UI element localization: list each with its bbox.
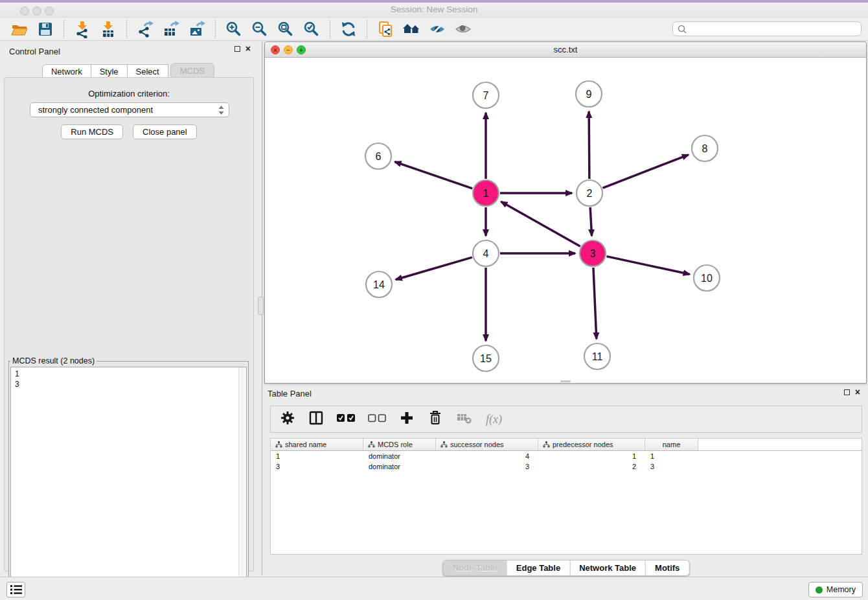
hide-eye-button[interactable] [428, 19, 447, 39]
tab-node-table[interactable]: Node Table [444, 560, 507, 575]
network-window-titlebar[interactable]: × − + scc.txt [265, 42, 866, 58]
table-cell[interactable]: 4 [436, 452, 538, 460]
chevron-updown-icon [218, 105, 224, 117]
run-mcds-button[interactable]: Run MCDS [61, 124, 123, 139]
node-table[interactable]: shared nameMCDS rolesuccessor nodesprede… [270, 438, 862, 555]
copy-view-icon [376, 20, 394, 38]
column-header-shared-name[interactable]: shared name [271, 439, 363, 450]
column-header-predecessor-nodes[interactable]: predecessor nodes [538, 439, 645, 450]
split-columns-button[interactable] [308, 410, 324, 428]
graph-edge-2-3[interactable] [590, 207, 591, 236]
column-header-name[interactable]: name [645, 439, 698, 450]
close-panel-icon[interactable]: × [855, 389, 860, 395]
task-history-button[interactable] [6, 582, 25, 597]
graph-edge-2-9[interactable] [589, 111, 589, 179]
toolbar-separator [215, 20, 216, 38]
export-image-button[interactable] [187, 19, 207, 39]
memory-status-icon [816, 586, 823, 594]
export-network-button[interactable] [135, 19, 155, 39]
table-cell[interactable]: 3 [645, 463, 698, 470]
main-titlebar: Session: New Session [0, 3, 868, 18]
column-type-icon [275, 441, 282, 448]
table-cell[interactable]: dominator [363, 452, 436, 460]
search-field[interactable] [672, 21, 862, 36]
graph-edge-2-8[interactable] [603, 155, 689, 188]
table-cell[interactable]: dominator [363, 463, 436, 470]
table-toolbar: f(x) [270, 406, 862, 433]
graph-node-label: 8 [702, 143, 708, 154]
import-network-button[interactable] [73, 19, 92, 39]
tab-motifs[interactable]: Motifs [645, 560, 689, 575]
gear-icon [280, 410, 295, 426]
list-icon [10, 584, 23, 595]
zoom-in-button[interactable] [224, 19, 244, 39]
graph-node-label: 7 [483, 90, 489, 101]
graph-node-label: 1 [483, 188, 489, 199]
graph-edge-4-14[interactable] [396, 257, 472, 279]
tab-edge-table[interactable]: Edge Table [507, 560, 569, 575]
add-column-icon [399, 410, 415, 426]
export-table-button[interactable] [161, 19, 181, 39]
column-header-successor-nodes[interactable]: successor nodes [436, 439, 538, 450]
table-cell[interactable]: 1 [271, 452, 363, 460]
result-scrollbar[interactable] [238, 367, 246, 600]
splitter-handle[interactable] [258, 297, 264, 315]
toolbar-separator [330, 20, 330, 38]
window-resize-grip[interactable] [560, 380, 571, 382]
graph-edge-3-1[interactable] [501, 202, 580, 246]
mcds-result-list[interactable]: 13 [10, 367, 247, 600]
app-title: Session: New Session [0, 5, 868, 14]
table-body: 1dominator4113dominator323 [271, 451, 862, 472]
graph-edge-3-11[interactable] [593, 268, 597, 339]
mcds-result-legend: MCDS result (2 nodes) [10, 356, 97, 365]
save-session-icon [36, 20, 54, 38]
refresh-button[interactable] [339, 19, 358, 39]
search-input[interactable] [690, 24, 861, 34]
close-panel-icon[interactable]: × [246, 46, 251, 52]
table-cell[interactable]: 3 [436, 463, 538, 470]
column-header-MCDS-role[interactable]: MCDS role [363, 439, 436, 450]
graph-edge-3-10[interactable] [607, 257, 690, 275]
table-panel-title: Table Panel [268, 389, 312, 398]
tab-network-table[interactable]: Network Table [569, 560, 645, 575]
split-columns-icon [308, 410, 324, 426]
table-cell[interactable]: 1 [645, 452, 698, 460]
add-column-button[interactable] [399, 410, 415, 428]
zoom-fit-button[interactable] [276, 19, 295, 39]
table-cell[interactable]: 2 [538, 463, 645, 470]
import-table-button[interactable] [98, 19, 118, 39]
deselect-checkboxes-icon [368, 413, 386, 422]
float-panel-icon[interactable] [234, 46, 240, 52]
home-button[interactable] [402, 19, 421, 39]
zoom-selected-button[interactable] [302, 19, 321, 39]
graph-edge-1-6[interactable] [395, 162, 473, 189]
close-panel-button[interactable]: Close panel [133, 124, 197, 139]
graph-node-label: 11 [592, 351, 603, 362]
select-all-checkboxes-button[interactable] [337, 413, 355, 425]
mcds-result-fieldset: MCDS result (2 nodes) 13 [8, 356, 249, 600]
control-panel-window-buttons: × [234, 46, 251, 52]
deselect-checkboxes-button[interactable] [368, 413, 386, 425]
zoom-out-button[interactable] [250, 19, 269, 39]
delete-column-button[interactable] [428, 410, 443, 428]
toolbar-separator [126, 20, 127, 38]
show-eye-button[interactable] [453, 19, 473, 39]
network-canvas[interactable]: 7968124314101511 [265, 58, 866, 384]
float-panel-icon[interactable] [844, 389, 850, 395]
table-row[interactable]: 1dominator411 [271, 451, 862, 461]
mcds-result-item: 1 [15, 369, 242, 379]
function-builder-button[interactable]: f(x) [486, 413, 502, 426]
table-row[interactable]: 3dominator323 [271, 461, 862, 472]
delete-table-button[interactable] [456, 411, 473, 428]
optimization-criterion-label: Optimization criterion: [5, 89, 253, 98]
table-cell[interactable]: 3 [271, 463, 363, 470]
criterion-select[interactable]: strongly connected component [30, 102, 229, 117]
graph-node-label: 4 [483, 248, 489, 259]
memory-button[interactable]: Memory [808, 582, 863, 597]
open-file-button[interactable] [10, 19, 29, 39]
table-cell[interactable]: 1 [538, 452, 645, 460]
mcds-result-item: 3 [15, 379, 242, 389]
copy-view-button[interactable] [376, 19, 395, 39]
gear-button[interactable] [280, 410, 295, 428]
save-session-button[interactable] [36, 19, 55, 39]
